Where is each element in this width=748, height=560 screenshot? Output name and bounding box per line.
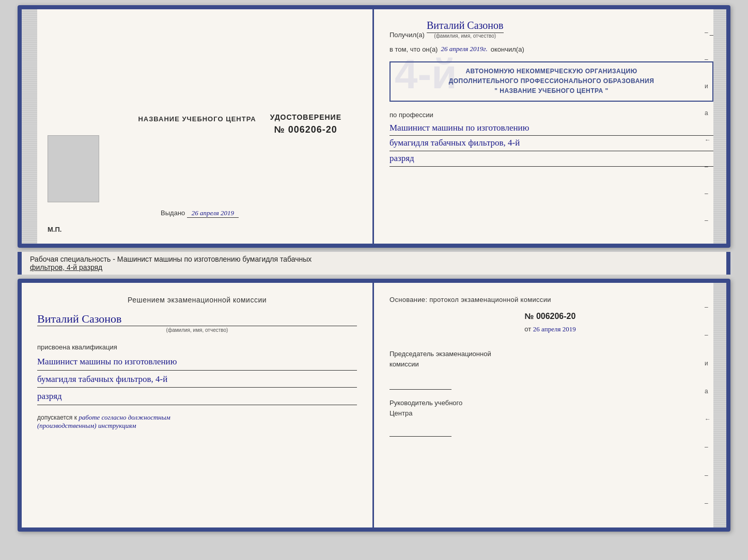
issued-date: 26 апреля 2019: [187, 209, 239, 218]
basis-label: Основание: протокол экзаменационной коми…: [389, 296, 711, 303]
org-line3: " НАЗВАНИЕ УЧЕБНОГО ЦЕНТРА ": [397, 86, 706, 96]
cert-issued: Выдано 26 апреля 2019: [48, 209, 352, 218]
center-name-label: НАЗВАНИЕ УЧЕБНОГО ЦЕНТРА: [138, 115, 256, 123]
bottom-left-page: Решением экзаменационной комиссии Витали…: [22, 283, 374, 527]
description-text-underlined: фильтров, 4-й разряд: [30, 263, 102, 271]
cert-title-block: УДОСТОВЕРЕНИЕ № 006206-20: [270, 113, 341, 135]
qualification-line3: разряд: [37, 389, 357, 405]
admitted-text: работе согласно должностным: [79, 413, 170, 421]
admitted-text2: (производственным) инструкциям: [37, 422, 136, 429]
photo-placeholder: [48, 135, 99, 202]
description-text-before: Рабочая специальность - Машинист машины …: [30, 255, 311, 263]
decision-title: Решением экзаменационной комиссии: [37, 296, 357, 304]
top-document: НАЗВАНИЕ УЧЕБНОГО ЦЕНТРА УДОСТОВЕРЕНИЕ №…: [18, 5, 730, 248]
qualification-line2: бумагидля табачных фильтров, 4-й: [37, 372, 357, 388]
mp-label: М.П.: [48, 226, 61, 233]
top-left-page: НАЗВАНИЕ УЧЕБНОГО ЦЕНТРА УДОСТОВЕРЕНИЕ №…: [22, 9, 374, 244]
director-signature-line: [389, 426, 451, 437]
protocol-date: от 26 апреля 2019: [389, 325, 711, 333]
name-block: Виталий Сазонов (фамилия, имя, отчество): [37, 312, 357, 333]
side-dashes-right: – – и а ← – – –: [705, 9, 711, 244]
qualification-line1: Машинист машины по изготовлению: [37, 354, 357, 371]
protocol-number: № 006206-20: [389, 312, 711, 321]
left-binding-texture: [22, 9, 37, 244]
page-wrapper: НАЗВАНИЕ УЧЕБНОГО ЦЕНТРА УДОСТОВЕРЕНИЕ №…: [0, 0, 748, 560]
admitted-label: допускается к работе согласно должностны…: [37, 413, 357, 430]
cert-number: № 006206-20: [270, 124, 341, 135]
date-value: 26 апреля 2019: [533, 325, 576, 333]
profession-line2: бумагидля табачных фильтров, 4-й: [389, 136, 713, 151]
date-prefix: от: [524, 325, 531, 333]
bottom-right-page: Основание: протокол экзаменационной коми…: [374, 283, 726, 527]
chairman-block: Председатель экзаменационной комиссии: [389, 349, 711, 398]
name-sublabel-bottom: (фамилия, имя, отчество): [37, 327, 357, 333]
chairman-label: Председатель экзаменационной комиссии: [389, 349, 711, 369]
profession-line3: разряд: [389, 151, 713, 167]
director-label: Руководитель учебного Центра: [389, 398, 711, 418]
name-sublabel: (фамилия, имя, отчество): [434, 33, 496, 39]
director-label-text: Руководитель учебного Центра: [389, 399, 462, 417]
cert-title: УДОСТОВЕРЕНИЕ: [270, 113, 341, 121]
recipient-name: Виталий Сазонов: [427, 20, 504, 33]
description-strip: Рабочая специальность - Машинист машины …: [18, 252, 730, 275]
right-binding-texture-bottom: [713, 283, 726, 527]
right-binding-texture: [713, 9, 726, 244]
person-name: Виталий Сазонов: [37, 312, 357, 326]
org-stamp-box: АВТОНОМНУЮ НЕКОММЕРЧЕСКУЮ ОРГАНИЗАЦИЮ ДО…: [389, 61, 713, 102]
side-dashes-right-bottom: – – и а ← – – –: [705, 283, 711, 527]
chairman-label-text: Председатель экзаменационной комиссии: [389, 350, 491, 368]
received-line: Получил(а) Виталий Сазонов (фамилия, имя…: [389, 20, 713, 39]
chairman-signature-line: [389, 379, 451, 390]
qualification-label: присвоена квалификация: [37, 343, 357, 351]
bottom-document: Решением экзаменационной комиссии Витали…: [18, 279, 730, 532]
finished-word: окончил(а): [491, 45, 524, 53]
issued-label: Выдано: [161, 209, 185, 217]
top-right-page: Получил(а) Виталий Сазонов (фамилия, имя…: [374, 9, 726, 244]
received-prefix: Получил(а): [389, 31, 425, 39]
profession-label: по профессии: [389, 111, 713, 119]
org-line1: АВТОНОМНУЮ НЕКОММЕРЧЕСКУЮ ОРГАНИЗАЦИЮ: [397, 67, 706, 76]
org-line2: ДОПОЛНИТЕЛЬНОГО ПРОФЕССИОНАЛЬНОГО ОБРАЗО…: [397, 76, 706, 86]
profession-line1: Машинист машины по изготовлению: [389, 121, 713, 136]
admitted-prefix: допускается к: [37, 414, 77, 421]
